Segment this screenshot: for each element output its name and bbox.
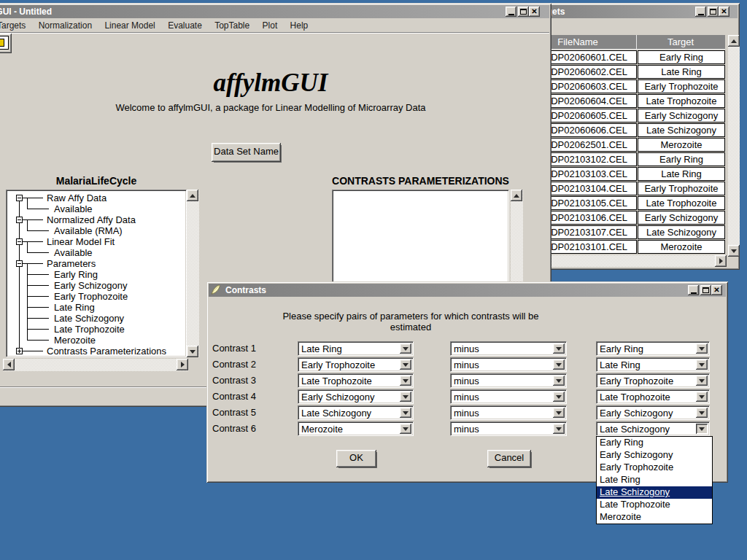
tree-collapse-icon[interactable] [16, 217, 23, 223]
chevron-down-icon[interactable] [400, 359, 411, 370]
ok-button[interactable]: OK [336, 450, 376, 467]
dropdown-option[interactable]: Early Schizogony [597, 449, 712, 462]
tree-item[interactable]: Merozoite [54, 335, 96, 346]
chevron-down-icon[interactable] [696, 424, 708, 434]
contrast3-right-select[interactable]: Early Trophozoite [596, 373, 710, 388]
contrast6-op-select[interactable]: minus [450, 421, 567, 436]
dropdown-option[interactable]: Early Ring [597, 437, 712, 449]
tree-horizontal-scrollbar[interactable] [3, 359, 188, 371]
table-cell[interactable]: Merozoite [638, 138, 725, 152]
maximize-icon[interactable] [700, 285, 711, 295]
table-cell[interactable]: Early Trophozoite [638, 79, 725, 93]
minimize-icon[interactable] [688, 285, 699, 295]
tree-item[interactable]: Early Ring [54, 269, 98, 280]
tree-item[interactable]: Late Ring [54, 302, 95, 313]
maximize-icon[interactable] [518, 7, 529, 17]
close-icon[interactable]: ✕ [529, 7, 540, 17]
tree-item[interactable]: Early Schizogony [54, 280, 127, 291]
contrast4-op-select[interactable]: minus [450, 389, 567, 404]
table-cell[interactable]: Early Ring [638, 152, 725, 166]
tree-item[interactable]: Late Schizogony [54, 313, 124, 324]
tree-item[interactable]: Available (RMA) [54, 225, 123, 236]
tree-item[interactable]: Available [54, 203, 93, 214]
scroll-up-icon[interactable] [728, 35, 740, 47]
dropdown-option[interactable]: Early Trophozoite [597, 462, 712, 474]
dropdown-option[interactable]: Late Ring [597, 474, 712, 486]
table-cell[interactable]: Early Ring [638, 50, 725, 64]
chevron-down-icon[interactable] [696, 392, 708, 402]
contrast2-op-select[interactable]: minus [450, 357, 567, 372]
chevron-down-icon[interactable] [553, 424, 565, 434]
table-cell[interactable]: Early Trophozoite [638, 182, 725, 195]
tree-item[interactable]: Normalized Affy Data [47, 214, 136, 225]
chevron-down-icon[interactable] [553, 376, 565, 386]
contrast4-left-select[interactable]: Early Schizogony [298, 389, 414, 404]
contrast1-left-select[interactable]: Late Ring [298, 341, 414, 356]
tree-item[interactable]: Available [54, 247, 93, 258]
contrast6-right-select[interactable]: Late Schizogony [596, 421, 710, 436]
chevron-down-icon[interactable] [696, 408, 708, 418]
dropdown-option-selected[interactable]: Late Schizogony [597, 486, 712, 499]
tree-item[interactable]: Raw Affy Data [47, 192, 107, 203]
menu-linear-model[interactable]: Linear Model [99, 18, 160, 32]
chevron-down-icon[interactable] [400, 343, 411, 354]
maximize-icon[interactable] [708, 7, 719, 17]
chevron-down-icon[interactable] [400, 408, 411, 418]
contrast6-left-select[interactable]: Merozoite [298, 421, 414, 436]
data-set-name-button[interactable]: Data Set Name [212, 143, 281, 162]
menu-evaluate[interactable]: Evaluate [163, 18, 207, 32]
tree-expand-icon[interactable] [16, 348, 23, 354]
scroll-left-icon[interactable] [3, 359, 15, 370]
close-icon[interactable]: ✕ [711, 285, 722, 295]
table-cell[interactable]: Early Schizogony [638, 211, 725, 225]
main-titlebar[interactable]: affylmGUI - Untitled ✕ [0, 5, 549, 18]
chevron-down-icon[interactable] [696, 343, 708, 354]
contrast3-op-select[interactable]: minus [450, 373, 567, 388]
contrast2-right-select[interactable]: Late Ring [596, 357, 710, 372]
contrast4-right-select[interactable]: Late Trophozoite [596, 389, 710, 404]
scroll-right-icon[interactable] [715, 255, 727, 267]
chevron-down-icon[interactable] [400, 424, 411, 434]
tree-item[interactable]: Late Trophozoite [54, 324, 125, 335]
tree-item[interactable]: Early Trophozoite [54, 291, 128, 302]
contrast1-op-select[interactable]: minus [450, 341, 567, 356]
scroll-up-icon[interactable] [187, 190, 198, 201]
close-icon[interactable]: ✕ [719, 7, 729, 17]
dropdown-option[interactable]: Late Trophozoite [597, 499, 712, 511]
app-icon[interactable] [0, 34, 12, 53]
tree-item[interactable]: Linear Model Fit [47, 236, 115, 247]
tree-collapse-icon[interactable] [16, 195, 23, 201]
minimize-icon[interactable] [695, 7, 706, 17]
menu-toptable[interactable]: TopTable [209, 18, 255, 32]
menu-normalization[interactable]: Normalization [34, 18, 97, 32]
scroll-right-icon[interactable] [177, 359, 188, 370]
table-cell[interactable]: Late Ring [638, 167, 725, 181]
table-cell[interactable]: Late Trophozoite [638, 196, 725, 210]
table-cell[interactable]: Late Trophozoite [638, 94, 725, 108]
cancel-button[interactable]: Cancel [487, 450, 531, 467]
chevron-down-icon[interactable] [400, 392, 411, 402]
table-cell[interactable]: Late Ring [638, 65, 725, 79]
contrast2-left-select[interactable]: Early Trophozoite [298, 357, 414, 372]
menu-plot[interactable]: Plot [258, 18, 283, 32]
dropdown-option[interactable]: Merozoite [597, 511, 712, 524]
targets-vertical-scrollbar[interactable] [728, 35, 740, 257]
chevron-down-icon[interactable] [553, 343, 565, 354]
contrast1-right-select[interactable]: Early Ring [596, 341, 710, 356]
menu-targets[interactable]: Targets [0, 18, 31, 32]
tree-collapse-icon[interactable] [16, 238, 23, 245]
chevron-down-icon[interactable] [553, 359, 565, 370]
scroll-up-icon[interactable] [511, 190, 522, 201]
tree-collapse-icon[interactable] [16, 260, 23, 267]
contrast5-op-select[interactable]: minus [450, 405, 567, 420]
menu-help[interactable]: Help [285, 18, 314, 32]
contrast5-left-select[interactable]: Late Schizogony [298, 405, 414, 420]
chevron-down-icon[interactable] [696, 376, 708, 386]
contrast5-right-select[interactable]: Early Schizogony [596, 405, 710, 420]
chevron-down-icon[interactable] [553, 408, 565, 418]
table-cell[interactable]: Late Schizogony [638, 225, 725, 239]
tree-vertical-scrollbar[interactable] [187, 190, 199, 357]
minimize-icon[interactable] [506, 7, 516, 17]
contrasts-titlebar[interactable]: Contrasts ✕ [209, 284, 726, 297]
contrast3-left-select[interactable]: Late Trophozoite [298, 373, 414, 388]
